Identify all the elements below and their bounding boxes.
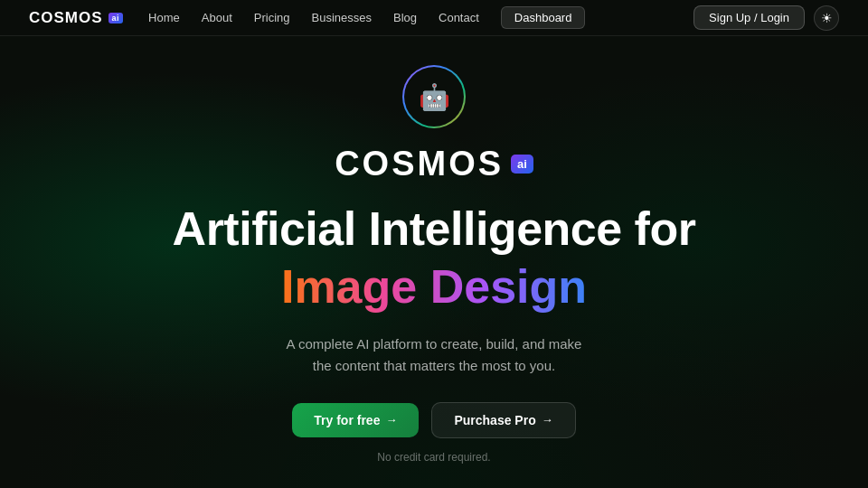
theme-toggle-button[interactable]: ☀ (814, 5, 839, 31)
nav-blog[interactable]: Blog (393, 11, 417, 24)
no-credit-text: No credit card required. (377, 451, 490, 464)
nav-home[interactable]: Home (148, 11, 180, 24)
try-free-label: Try for free (314, 413, 380, 427)
purchase-pro-button[interactable]: Purchase Pro → (431, 402, 575, 438)
hero-title-line1: Artificial Intelligence for (173, 203, 696, 255)
purchase-pro-arrow: → (542, 413, 553, 427)
robot-icon: 🤖 (419, 82, 450, 112)
try-free-arrow: → (385, 413, 397, 427)
nav-links: Home About Pricing Businesses Blog Conta… (148, 6, 585, 29)
nav-left: COSMOS ai Home About Pricing Businesses … (29, 6, 585, 29)
navbar: COSMOS ai Home About Pricing Businesses … (0, 0, 868, 36)
hero-title-line2: Image Design (281, 258, 587, 314)
hero-subtitle-line1: A complete AI platform to create, build,… (287, 336, 582, 352)
nav-about[interactable]: About (202, 11, 232, 24)
purchase-pro-label: Purchase Pro (454, 413, 535, 427)
logo-text: COSMOS (29, 9, 103, 27)
nav-right: Sign Up / Login ☀ (693, 5, 839, 31)
dashboard-button[interactable]: Dashboard (501, 6, 586, 29)
hero-subtitle-line2: the content that matters the most to you… (313, 358, 555, 373)
nav-businesses[interactable]: Businesses (312, 11, 372, 24)
signup-button[interactable]: Sign Up / Login (693, 5, 805, 30)
sun-icon: ☀ (821, 11, 833, 25)
hero-brand-badge: ai (511, 155, 533, 174)
hero-subtitle: A complete AI platform to create, build,… (287, 333, 582, 377)
try-free-button[interactable]: Try for free → (292, 403, 419, 437)
logo: COSMOS ai (29, 9, 123, 27)
hero-buttons: Try for free → Purchase Pro → (292, 402, 575, 438)
nav-contact[interactable]: Contact (439, 11, 479, 24)
logo-badge: ai (108, 13, 124, 23)
hero-brand: COSMOS ai (335, 145, 533, 183)
hero-logo-circle: 🤖 (402, 65, 466, 128)
hero-section: 🤖 COSMOS ai Artificial Intelligence for … (0, 36, 868, 464)
nav-pricing[interactable]: Pricing (254, 11, 290, 24)
hero-brand-text: COSMOS (335, 145, 504, 183)
